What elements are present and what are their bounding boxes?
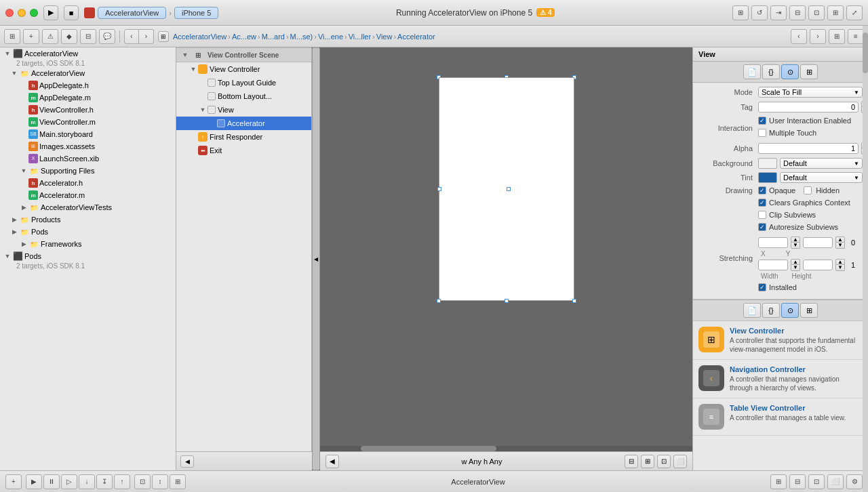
related-items-btn[interactable]: ⊞: [158, 31, 169, 42]
debug-btn-1[interactable]: ▶: [26, 474, 42, 489]
opaque-cb[interactable]: ✓: [758, 186, 766, 194]
obj-tab-media[interactable]: ⊞: [800, 303, 818, 318]
disclosure-supporting[interactable]: ▼: [19, 167, 28, 174]
canvas-view-btn-3[interactable]: ⊡: [657, 455, 671, 468]
close-button[interactable]: [5, 9, 14, 17]
mode-select[interactable]: Scale To Fill ▼: [758, 87, 863, 98]
obj-item-tvc[interactable]: ≡ Table View Controller A controller tha…: [693, 398, 868, 436]
stretch-x-down[interactable]: ▼: [791, 243, 800, 249]
disclosure-pods-group[interactable]: ▶: [9, 228, 19, 235]
breadcrumb-1[interactable]: AcceleratorView: [173, 33, 226, 41]
obj-item-nav[interactable]: ‹ Navigation Controller A controller tha…: [693, 360, 868, 398]
debug-btn-4[interactable]: ↓: [79, 474, 95, 489]
warning-badge[interactable]: ⚠ 4: [536, 8, 555, 17]
view-btn-2[interactable]: ↕: [152, 474, 168, 489]
clip-subviews-cb[interactable]: [758, 211, 766, 219]
bg-select[interactable]: Default ▼: [780, 158, 863, 169]
zoom-back-btn[interactable]: ◀: [326, 455, 339, 468]
tint-select[interactable]: Default ▼: [780, 172, 863, 183]
panel-toggle-right[interactable]: ⊞: [827, 5, 844, 20]
stretch-w-down[interactable]: ▼: [791, 265, 800, 271]
autoresize-cb[interactable]: ✓: [758, 223, 766, 231]
sidebar-supporting-files[interactable]: ▼ 📁 Supporting Files: [0, 165, 176, 177]
inspector-tab-file[interactable]: 📄: [743, 64, 761, 79]
hidden-cb[interactable]: [804, 186, 812, 194]
navigator-toggle[interactable]: ⊞: [732, 5, 749, 20]
play-button[interactable]: ▶: [43, 5, 58, 20]
disclosure-root[interactable]: ▼: [3, 50, 12, 57]
breadcrumb-3[interactable]: M...ard: [262, 33, 285, 41]
sidebar-accelerator-h[interactable]: h Accelerator.h: [0, 177, 176, 189]
sidebar-products[interactable]: ▶ 📁 Products: [0, 213, 176, 226]
scene-accelerator[interactable]: Accelerator: [176, 117, 311, 130]
canvas-view-btn-1[interactable]: ⊟: [625, 455, 638, 468]
scene-first-responder[interactable]: ! First Responder: [176, 130, 311, 144]
inspector-tab-attributes[interactable]: ⊞: [800, 64, 818, 79]
sidebar-av-group[interactable]: ▼ 📁 AcceleratorView: [0, 67, 176, 79]
jump-btn[interactable]: ⇥: [770, 5, 787, 20]
canvas-hscroll[interactable]: [320, 446, 692, 451]
inspector-toggle[interactable]: ≡: [848, 29, 864, 44]
layout-btn-2[interactable]: ⊟: [789, 474, 806, 489]
scene-section-disclosure[interactable]: ▼: [180, 52, 190, 58]
add-file-btn[interactable]: +: [5, 474, 22, 489]
assistant-toggle[interactable]: ⊞: [829, 29, 845, 44]
scene-vc[interactable]: ▼ View Controller: [176, 62, 311, 76]
navigator-icon-btn[interactable]: ⊞: [4, 29, 20, 44]
stretch-y-down[interactable]: ▼: [835, 243, 845, 249]
stretch-h-down[interactable]: ▼: [835, 265, 845, 271]
inspector-tab-quickhelp[interactable]: {}: [762, 64, 780, 79]
breadcrumb-6[interactable]: Vi...ller: [349, 33, 371, 41]
handle-mm[interactable]: [507, 187, 511, 191]
sidebar-viewcontroller-m[interactable]: m ViewController.m: [0, 116, 176, 128]
sidebar-images-xcassets[interactable]: ⊞ Images.xcassets: [0, 140, 176, 152]
clears-graphics-cb[interactable]: ✓: [758, 199, 766, 207]
breadcrumb-5[interactable]: Vi...ene: [318, 33, 343, 41]
multiple-touch-cb[interactable]: [758, 129, 766, 137]
disclosure-avt[interactable]: ▶: [19, 204, 28, 211]
sidebar-viewcontroller-h[interactable]: h ViewController.h: [0, 104, 176, 116]
tag-input[interactable]: [759, 102, 858, 112]
sidebar-accelerator-m[interactable]: m Accelerator.m: [0, 189, 176, 201]
minimize-button[interactable]: [18, 9, 26, 17]
sidebar-appdelegate-m[interactable]: m AppDelegate.m: [0, 91, 176, 104]
breakpoint-btn[interactable]: ◆: [61, 29, 77, 44]
sidebar-mainstoryboard[interactable]: SB Main.storyboard: [0, 128, 176, 140]
breadcrumb-8[interactable]: Accelerator: [397, 33, 435, 41]
panel-toggle-left[interactable]: ⊟: [789, 5, 806, 20]
settings-btn[interactable]: ⚙: [846, 474, 863, 489]
canvas-view-btn-4[interactable]: ⬜: [673, 455, 687, 468]
sidebar-pods-group[interactable]: ▶ 📁 Pods: [0, 226, 176, 238]
tint-swatch[interactable]: [758, 172, 777, 183]
layout-btn-1[interactable]: ⊞: [770, 474, 787, 489]
obj-tab-file[interactable]: 📄: [743, 303, 761, 318]
breadcrumb-2[interactable]: Ac...ew: [232, 33, 256, 41]
layout-btn-3[interactable]: ⊡: [808, 474, 825, 489]
scene-view-disc[interactable]: ▼: [198, 106, 208, 113]
handle-bm[interactable]: [505, 299, 509, 303]
bg-swatch[interactable]: [758, 158, 777, 169]
disclosure-pods-root[interactable]: ▼: [3, 253, 12, 260]
maximize-button[interactable]: [30, 9, 38, 17]
canvas-view-btn-2[interactable]: ⊞: [641, 455, 654, 468]
panel-toggle-mid[interactable]: ⊡: [808, 5, 825, 20]
debug-btn-6[interactable]: ↑: [114, 474, 130, 489]
user-interaction-cb[interactable]: ✓: [758, 117, 766, 125]
breadcrumb-7[interactable]: View: [376, 33, 393, 41]
sidebar-root[interactable]: ▼ ⬛ AcceleratorView: [0, 47, 176, 60]
handle-br[interactable]: [572, 299, 576, 303]
scene-view[interactable]: ▼ View: [176, 103, 311, 117]
scene-back-btn[interactable]: ◀: [180, 455, 194, 468]
refresh-btn[interactable]: ↺: [751, 5, 768, 20]
view-btn-3[interactable]: ⊞: [170, 474, 186, 489]
obj-tab-code[interactable]: {}: [762, 303, 780, 318]
collapse-arrow[interactable]: ◀: [312, 47, 320, 470]
disclosure-frameworks[interactable]: ▶: [19, 241, 28, 247]
sidebar-pods-root[interactable]: ▼ ⬛ Pods: [0, 250, 176, 262]
scene-exit[interactable]: ⬅ Exit: [176, 144, 311, 157]
obj-item-vc[interactable]: ⊞ View Controller A controller that supp…: [693, 321, 868, 360]
scene-top-layout[interactable]: Top Layout Guide: [176, 76, 311, 89]
add-btn[interactable]: +: [23, 29, 39, 44]
scheme-selector[interactable]: AcceleratorView: [98, 7, 166, 19]
warning-btn[interactable]: ⚠: [42, 29, 58, 44]
